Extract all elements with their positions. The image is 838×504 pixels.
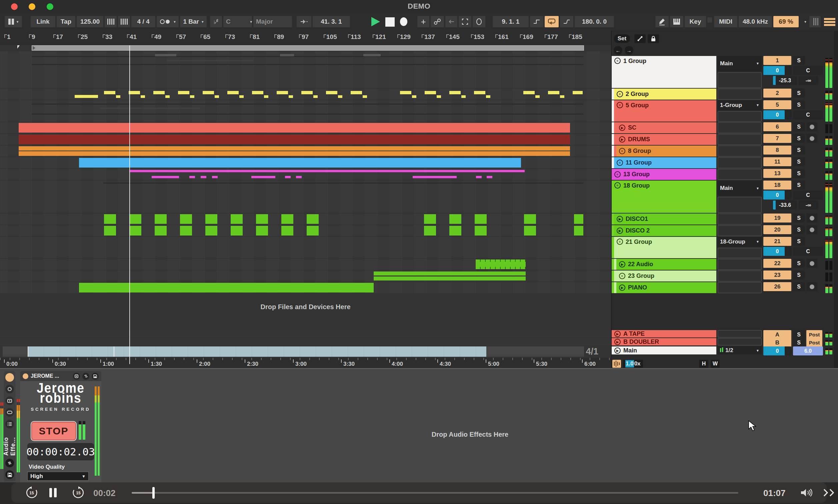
volume-slider[interactable]: 0 [763, 66, 791, 75]
solo-button[interactable]: S [793, 169, 805, 178]
input-box[interactable] [718, 122, 762, 133]
loop-start-field[interactable]: 9. 1. 1 [493, 16, 529, 27]
clip[interactable] [351, 91, 362, 94]
lane-piano[interactable] [0, 282, 611, 293]
input-box[interactable] [718, 225, 762, 236]
track-name-cell[interactable]: ≡1 Group [612, 56, 716, 88]
device-save-icon[interactable] [92, 373, 99, 380]
solo-button[interactable]: S [793, 270, 805, 280]
tap-tempo-button[interactable]: Tap [57, 16, 75, 27]
chain-power-icon[interactable] [5, 385, 14, 393]
clip[interactable] [19, 151, 570, 156]
clip[interactable] [338, 95, 342, 98]
save-preset-icon[interactable] [5, 470, 14, 479]
track-row-drums[interactable]: ▶DRUMS7S [612, 134, 834, 145]
clip[interactable] [424, 226, 436, 235]
track-row-piano[interactable]: ▶PIANO26S [612, 282, 834, 293]
device-on-led[interactable] [23, 374, 28, 379]
clip[interactable] [104, 91, 115, 94]
lane-13-group[interactable] [0, 169, 611, 180]
clip[interactable] [32, 113, 583, 114]
track-name-cell[interactable]: ≡23 Group [616, 270, 716, 282]
group-fold-icon[interactable]: ≡ [614, 182, 621, 188]
clip[interactable] [141, 95, 145, 98]
playhead[interactable] [129, 45, 130, 364]
metronome-button[interactable]: ▾ [157, 16, 179, 27]
quantization-menu[interactable]: 1 Bar▾ [180, 16, 207, 27]
clip[interactable] [374, 271, 526, 275]
input-box[interactable] [718, 338, 762, 345]
clip[interactable] [165, 95, 170, 98]
track-name-cell[interactable]: ≡5 Group [614, 100, 716, 122]
lane-18-group[interactable] [0, 181, 611, 213]
input-box[interactable] [718, 248, 762, 258]
input-box[interactable] [718, 270, 762, 282]
pan-knob[interactable]: C [793, 110, 823, 119]
clip[interactable] [252, 91, 263, 94]
group-fold-icon[interactable]: ≡ [614, 171, 621, 178]
device-hot-swap-icon[interactable] [82, 373, 89, 380]
scale-root-menu[interactable]: C▾ [223, 16, 252, 27]
group-fold-icon[interactable]: ≡ [617, 160, 623, 166]
clip[interactable] [363, 95, 367, 98]
clip[interactable] [400, 91, 411, 94]
output-routing-dropdown[interactable]: Main▼ [718, 56, 762, 71]
clip[interactable] [231, 214, 243, 224]
input-box[interactable] [718, 214, 762, 224]
track-row-8-group[interactable]: ≡8 Group8S [612, 146, 834, 157]
post-toggle[interactable]: Post [806, 338, 822, 347]
track-number[interactable]: B [763, 338, 791, 347]
stop-recording-button[interactable]: STOP [31, 421, 77, 441]
clip[interactable] [201, 176, 206, 178]
track-number[interactable]: 18 [763, 181, 791, 190]
hot-swap-icon[interactable] [5, 459, 14, 467]
clip[interactable] [75, 95, 98, 98]
automation-arm-button[interactable] [431, 16, 444, 27]
volume-slider[interactable]: 0 [763, 191, 791, 200]
clip[interactable] [548, 91, 559, 94]
clip[interactable] [203, 91, 214, 94]
loop-brace[interactable] [32, 45, 584, 51]
clip[interactable] [180, 214, 192, 224]
clip[interactable] [296, 176, 302, 178]
solo-button[interactable]: S [793, 214, 805, 222]
clip[interactable] [412, 95, 416, 98]
solo-button[interactable]: S [793, 181, 805, 190]
clip[interactable] [487, 176, 492, 178]
clip[interactable] [523, 91, 535, 94]
group-fold-icon[interactable]: ≡ [617, 102, 623, 108]
clip[interactable] [19, 146, 570, 150]
skip-forward-15-button[interactable]: 15 [72, 486, 85, 499]
track-number[interactable]: 26 [763, 282, 791, 291]
track-row-5-group[interactable]: ≡5 Group1-Group▼5S0C [612, 100, 834, 122]
re-enable-automation-button[interactable] [445, 16, 457, 27]
clip[interactable] [189, 176, 195, 178]
clip[interactable] [104, 214, 116, 224]
width-zoom-button[interactable]: W [711, 360, 720, 368]
clip[interactable] [104, 226, 116, 235]
forward-button[interactable]: → [625, 46, 633, 55]
height-zoom-button[interactable]: H [699, 360, 708, 368]
draw-mode-button[interactable] [655, 16, 669, 27]
clip[interactable] [486, 95, 490, 98]
clip[interactable] [449, 226, 461, 235]
solo-button[interactable]: S [793, 56, 805, 65]
clip[interactable] [363, 54, 381, 56]
track-lanes[interactable] [0, 51, 611, 368]
track-row-disco-2[interactable]: ▶DISCO 220S [612, 225, 834, 236]
set-button[interactable]: Set [614, 34, 630, 43]
follow-button[interactable] [297, 16, 311, 27]
track-row-21-group[interactable]: ≡21 Group18-Group▼21S0C [612, 237, 834, 258]
clip[interactable] [32, 64, 583, 65]
clip[interactable] [19, 134, 570, 144]
track-row-disco1[interactable]: ▶DISCO119S [612, 214, 834, 224]
clip[interactable] [239, 95, 244, 98]
pan-knob[interactable]: C [793, 247, 823, 256]
clip[interactable] [212, 176, 218, 178]
track-row-a-tape[interactable]: ▶A TAPEASPost [612, 330, 834, 338]
play-button[interactable] [369, 16, 381, 27]
track-name-cell[interactable]: ▶DISCO 2 [614, 225, 716, 236]
track-row-23-group[interactable]: ≡23 Group23S [612, 270, 834, 282]
peak-level-value[interactable]: -∞ [799, 76, 818, 85]
solo-button[interactable]: S [793, 259, 805, 268]
